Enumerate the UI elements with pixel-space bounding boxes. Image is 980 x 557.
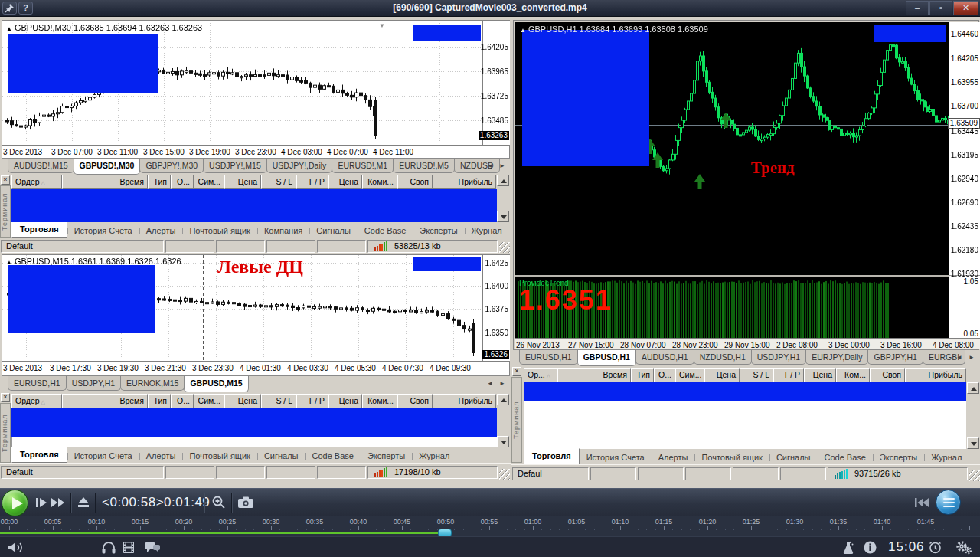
skip-to-start-icon[interactable] [914, 497, 929, 508]
chart-tab[interactable]: GBPJPY,H1 [867, 350, 923, 365]
chart-tab[interactable]: EURUSD,H1 [8, 376, 67, 391]
terminal-tab[interactable]: Журнал [465, 224, 509, 238]
terminal-side-tab[interactable]: Терминал [0, 185, 11, 238]
terminal-column-header[interactable]: О... [654, 368, 675, 382]
terminal-column-header[interactable]: Ордер [11, 394, 62, 408]
playlist-menu-button[interactable] [936, 490, 961, 515]
terminal-tab[interactable]: Компания [257, 224, 309, 238]
terminal-column-header[interactable]: Прибыль [905, 368, 966, 382]
tab-scroll-icons[interactable]: ◄ ► [956, 354, 977, 361]
terminal-column-header[interactable]: Сим... [194, 175, 224, 189]
terminal-column-header[interactable]: Тип [148, 175, 171, 189]
chart-tab[interactable]: USDJPY,H1 [751, 350, 806, 365]
terminal-column-header[interactable]: S / L [261, 175, 296, 189]
speaker-icon[interactable] [8, 542, 24, 553]
scroll-down-icon[interactable] [497, 211, 509, 222]
zoom-icon[interactable] [211, 495, 227, 510]
terminal-column-header[interactable]: Цена [224, 394, 261, 408]
scroll-up-icon[interactable] [497, 394, 509, 405]
terminal-column-header[interactable]: Ор... [524, 368, 557, 382]
indicator-pane[interactable]: ProvidecTrend 1.6351 [515, 275, 949, 338]
terminal-column-header[interactable]: S / L [261, 394, 296, 408]
scroll-up-icon[interactable] [967, 382, 979, 394]
help-button[interactable]: ? [18, 2, 33, 15]
terminal-tab[interactable]: Эксперты [873, 451, 924, 464]
terminal-column-header[interactable]: Время [557, 368, 631, 382]
terminal-column-header[interactable]: Своп [397, 394, 433, 408]
terminal-column-header[interactable]: О... [171, 175, 194, 189]
titlebar[interactable]: ? [690/690] CapturedMovie003_converted.m… [0, 0, 980, 17]
terminal-tab[interactable]: История Счета [67, 450, 139, 463]
terminal-tab[interactable]: Code Base [358, 224, 413, 238]
price-axis[interactable]: 1.63509 1.05 0.05 1.644601.642051.639551… [949, 22, 980, 338]
terminal-column-header[interactable]: Тип [148, 394, 171, 408]
terminal-tab[interactable]: Эксперты [361, 450, 412, 463]
terminal-column-header[interactable]: Ордер [11, 175, 62, 189]
fast-forward-icon[interactable] [51, 497, 66, 508]
terminal-tab[interactable]: Журнал [924, 451, 969, 464]
chart-tab[interactable]: GBPUSD,H1 [577, 350, 636, 366]
terminal-column-header[interactable]: Своп [397, 175, 433, 189]
maximize-button[interactable]: ▫ [929, 1, 952, 15]
chart-tab[interactable]: GBPUSD!,M30 [74, 159, 141, 175]
terminal-column-header[interactable]: Коми... [362, 175, 397, 189]
terminal-side-tab[interactable]: Терминал [0, 403, 11, 463]
headphones-icon[interactable] [101, 541, 116, 554]
terminal-column-header[interactable]: T / P [296, 394, 328, 408]
scroll-down-icon[interactable] [967, 437, 979, 449]
scroll-end-marker-icon[interactable]: ▼ [379, 22, 385, 29]
terminal-column-header[interactable]: Время [62, 175, 148, 189]
play-button[interactable] [2, 490, 28, 516]
terminal-tab[interactable]: Алерты [652, 451, 695, 464]
terminal-column-header[interactable]: Прибыль [433, 175, 496, 189]
resize-grip[interactable] [499, 469, 510, 480]
chart-tab[interactable]: USDJPY!,Daily [266, 159, 333, 173]
resize-grip[interactable] [499, 242, 510, 253]
resize-grip[interactable] [969, 470, 980, 481]
film-icon[interactable] [122, 541, 135, 554]
settings-gears-icon[interactable] [956, 540, 972, 555]
chart-tab[interactable]: USDJPY!,M15 [203, 159, 267, 173]
terminal-column-header[interactable]: T / P [296, 175, 328, 189]
terminal-column-header[interactable]: Тип [631, 368, 654, 382]
time-axis[interactable]: 3 Dec 20133 Dec 17:303 Dec 19:303 Dec 21… [2, 361, 509, 375]
terminal-column-header[interactable]: Цена [704, 368, 740, 382]
terminal-tab[interactable]: Code Base [305, 450, 361, 463]
terminal-column-header[interactable]: S / L [740, 368, 773, 382]
terminal-column-header[interactable]: Цена [804, 368, 836, 382]
tab-scroll-icons[interactable]: ◄ ► [487, 162, 508, 169]
time-axis[interactable]: 3 Dec 20133 Dec 07:003 Dec 11:003 Dec 15… [2, 145, 509, 158]
terminal-column-header[interactable]: Сим... [194, 394, 224, 408]
terminal-column-header[interactable]: Ком... [836, 368, 870, 382]
terminal-tab[interactable]: Журнал [412, 450, 456, 463]
terminal-column-header[interactable]: Своп [870, 368, 905, 382]
terminal-column-header[interactable]: T / P [773, 368, 804, 382]
chart-tab[interactable]: EURUSD!,M1 [332, 159, 394, 173]
eject-icon[interactable] [77, 496, 90, 508]
terminal-tab[interactable]: Торговля [524, 448, 580, 464]
scroll-down-icon[interactable] [497, 436, 509, 447]
terminal-column-header[interactable]: Цена [224, 175, 261, 189]
terminal-tab[interactable]: Почтовый ящик [182, 450, 256, 463]
terminal-tab[interactable]: Эксперты [413, 224, 464, 238]
snapshot-camera-icon[interactable] [237, 496, 254, 509]
terminal-tab[interactable]: Code Base [818, 451, 873, 464]
time-axis[interactable]: 26 Nov 201327 Nov 15:0028 Nov 07:0028 No… [515, 338, 980, 349]
terminal-column-header[interactable]: Цена [328, 175, 362, 189]
step-forward-icon[interactable] [35, 497, 47, 508]
terminal-tab[interactable]: Алерты [139, 224, 183, 238]
terminal-tab[interactable]: Торговля [11, 221, 67, 238]
terminal-tab[interactable]: Алерты [139, 450, 183, 463]
comments-icon[interactable] [144, 541, 161, 554]
chart-tab[interactable]: GBPUSD,M15 [184, 376, 248, 392]
terminal-tab[interactable]: Почтовый ящик [182, 224, 256, 238]
terminal-column-header[interactable]: Прибыль [433, 394, 496, 408]
terminal-tab[interactable]: Почтовый ящик [694, 451, 769, 464]
chart-tab[interactable]: USDJPY,H1 [66, 376, 121, 391]
scroll-up-icon[interactable] [497, 175, 509, 186]
chart-tab[interactable]: EURUSD,H1 [519, 350, 578, 365]
info-icon[interactable] [864, 541, 877, 554]
chart-tab[interactable]: AUDUSD,H1 [635, 350, 694, 365]
price-axis[interactable]: 1.6326 1.64251.64001.63751.6350 [482, 255, 510, 361]
terminal-column-header[interactable]: Время [62, 394, 148, 408]
